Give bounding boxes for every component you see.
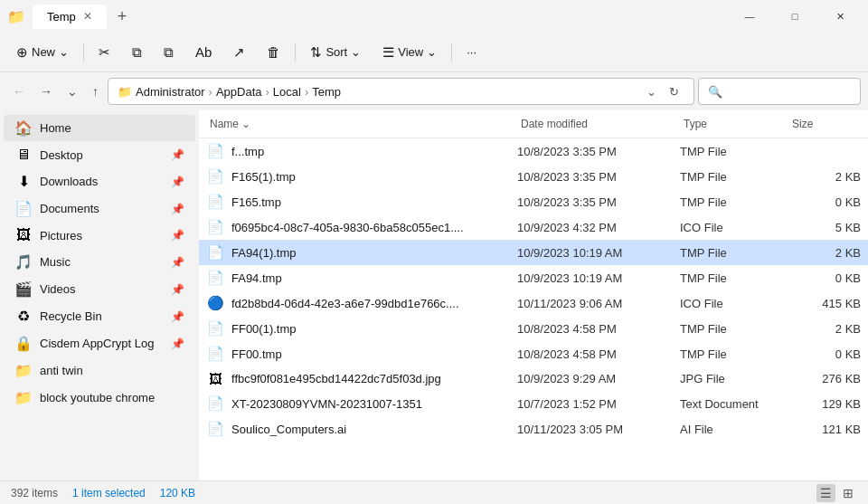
cut-button[interactable]: ✂: [90, 40, 119, 65]
file-type: AI File: [680, 420, 788, 439]
share-button[interactable]: ↗: [224, 40, 254, 65]
paste-button[interactable]: ⧉: [155, 40, 183, 65]
file-date: 10/9/2023 9:29 AM: [517, 369, 680, 388]
new-label: New: [32, 45, 55, 59]
file-date: 10/8/2023 4:58 PM: [517, 345, 680, 364]
col-size[interactable]: Size: [788, 114, 861, 134]
search-box[interactable]: 🔍: [698, 78, 861, 105]
add-tab-button[interactable]: +: [110, 4, 135, 30]
up-button[interactable]: ↑: [87, 81, 104, 102]
address-bar: ← → ⌄ ↑ 📁 Administrator › AppData › Loca…: [0, 72, 868, 110]
file-name-text: f...tmp: [231, 145, 264, 158]
close-button[interactable]: ✕: [819, 2, 861, 31]
file-icon: 📄: [206, 421, 224, 437]
file-name-cell: 📄 FA94.tmp: [206, 267, 517, 289]
tab-close-icon[interactable]: ✕: [83, 10, 92, 23]
rename-button[interactable]: Ab: [186, 40, 221, 64]
file-name-cell: 📄 XT-20230809YVMN-20231007-1351: [206, 393, 517, 414]
more-icon: ···: [467, 45, 476, 59]
table-row[interactable]: 📄 FA94(1).tmp 10/9/2023 10:19 AM TMP Fil…: [199, 240, 868, 265]
file-icon: 📄: [206, 270, 224, 286]
sort-button[interactable]: ⇅ Sort ⌄: [301, 40, 370, 65]
file-name-cell: 📄 FF00.tmp: [206, 343, 517, 365]
folder-yellow-icon: 📁: [14, 362, 33, 379]
more-button[interactable]: ···: [458, 41, 486, 63]
pin-icon: 📌: [171, 310, 184, 323]
sidebar-item-label: Downloads: [40, 175, 164, 188]
pictures-icon: 🖼: [14, 227, 33, 243]
table-row[interactable]: 📄 FF00.tmp 10/8/2023 4:58 PM TMP File 0 …: [199, 341, 868, 366]
sidebar-item-cisdem[interactable]: 🔒 Cisdem AppCrypt Log 📌: [4, 330, 195, 357]
col-date[interactable]: Date modified: [517, 114, 680, 134]
new-button[interactable]: ⊕ New ⌄: [7, 40, 78, 65]
videos-icon: 🎬: [14, 281, 33, 298]
item-count: 392 items: [11, 487, 58, 499]
file-size: 415 KB: [788, 294, 861, 313]
sidebar-item-home[interactable]: 🏠 Home: [4, 115, 195, 141]
table-row[interactable]: 📄 f0695bc4-08c7-405a-9830-6ba58c055ec1..…: [199, 214, 868, 240]
file-size: 2 KB: [788, 167, 861, 186]
sidebar: 🏠 Home 🖥 Desktop 📌 ⬇ Downloads 📌 📄 Docum…: [0, 110, 199, 480]
maximize-button[interactable]: □: [774, 2, 816, 31]
table-row[interactable]: 📄 f...tmp 10/8/2023 3:35 PM TMP File: [199, 138, 868, 164]
addr-temp: Temp: [312, 85, 341, 99]
table-row[interactable]: 📄 XT-20230809YVMN-20231007-1351 10/7/202…: [199, 391, 868, 416]
back-button[interactable]: ←: [7, 81, 31, 102]
view-button[interactable]: ☰ View ⌄: [373, 40, 446, 65]
table-row[interactable]: 📄 FA94.tmp 10/9/2023 10:19 AM TMP File 0…: [199, 265, 868, 290]
cut-icon: ✂: [99, 44, 110, 61]
sidebar-item-downloads[interactable]: ⬇ Downloads 📌: [4, 168, 195, 195]
pin-icon: 📌: [171, 283, 184, 296]
delete-button[interactable]: 🗑: [258, 40, 289, 64]
downloads-icon: ⬇: [14, 173, 33, 190]
table-row[interactable]: 📄 F165.tmp 10/8/2023 3:35 PM TMP File 0 …: [199, 189, 868, 214]
file-name-text: FA94.tmp: [231, 271, 282, 285]
file-date: 10/8/2023 4:58 PM: [517, 319, 680, 338]
title-tab[interactable]: Temp ✕: [33, 5, 107, 29]
file-type: JPG File: [680, 369, 788, 388]
pin-icon: 📌: [171, 338, 184, 350]
address-input[interactable]: 📁 Administrator › AppData › Local › Temp…: [108, 78, 694, 105]
sidebar-item-documents[interactable]: 📄 Documents 📌: [4, 195, 195, 222]
file-name-cell: 📄 f0695bc4-08c7-405a-9830-6ba58c055ec1..…: [206, 216, 517, 238]
file-date: 10/9/2023 4:32 PM: [517, 218, 680, 237]
refresh-button[interactable]: ↻: [664, 83, 684, 100]
file-icon: 📄: [206, 194, 224, 210]
table-row[interactable]: 🖼 ffbc9f0f081e495cbd14422dc7d5f03d.jpg 1…: [199, 366, 868, 391]
table-row[interactable]: 📄 F165(1).tmp 10/8/2023 3:35 PM TMP File…: [199, 164, 868, 189]
file-name-text: f0695bc4-08c7-405a-9830-6ba58c055ec1....: [231, 221, 464, 234]
separator-3: [451, 43, 452, 62]
sidebar-item-desktop[interactable]: 🖥 Desktop 📌: [4, 142, 195, 167]
address-dropdown-button[interactable]: ⌄: [641, 83, 662, 100]
file-date: 10/9/2023 10:19 AM: [517, 269, 680, 288]
file-date: 10/11/2023 3:05 PM: [517, 420, 680, 439]
file-size: 276 KB: [788, 369, 861, 388]
sidebar-item-recycle-bin[interactable]: ♻ Recycle Bin 📌: [4, 303, 195, 329]
copy-button[interactable]: ⧉: [123, 40, 151, 65]
grid-view-button[interactable]: ⊞: [839, 484, 857, 502]
file-name-text: F165.tmp: [231, 195, 281, 209]
folder-addr-icon: 📁: [118, 85, 132, 99]
table-row[interactable]: 📄 FF00(1).tmp 10/8/2023 4:58 PM TMP File…: [199, 316, 868, 341]
sidebar-item-videos[interactable]: 🎬 Videos 📌: [4, 276, 195, 302]
sidebar-item-anti-twin[interactable]: 📁 anti twin: [4, 357, 195, 384]
table-row[interactable]: 🔵 fd2b8bd4-06d4-42e3-a6e7-99dbd1e766c...…: [199, 290, 868, 316]
sidebar-item-music[interactable]: 🎵 Music 📌: [4, 249, 195, 275]
table-row[interactable]: 📄 Soulico_Computers.ai 10/11/2023 3:05 P…: [199, 416, 868, 442]
file-type: TMP File: [680, 319, 788, 338]
recent-button[interactable]: ⌄: [61, 81, 83, 102]
recycle-icon: ♻: [14, 308, 33, 325]
sort-chevron-icon: ⌄: [351, 45, 361, 59]
minimize-button[interactable]: —: [729, 2, 770, 31]
music-icon: 🎵: [14, 253, 33, 271]
details-view-button[interactable]: ☰: [816, 484, 835, 502]
sidebar-item-label: Documents: [40, 202, 164, 215]
view-icon: ☰: [382, 44, 394, 61]
col-type[interactable]: Type: [680, 114, 788, 134]
sidebar-item-pictures[interactable]: 🖼 Pictures 📌: [4, 223, 195, 248]
file-icon: 📄: [206, 143, 224, 159]
sidebar-item-block-youtube[interactable]: 📁 block youtube chrome: [4, 385, 195, 411]
delete-icon: 🗑: [267, 44, 280, 60]
forward-button[interactable]: →: [34, 81, 58, 102]
col-name[interactable]: Name ⌄: [206, 114, 517, 134]
